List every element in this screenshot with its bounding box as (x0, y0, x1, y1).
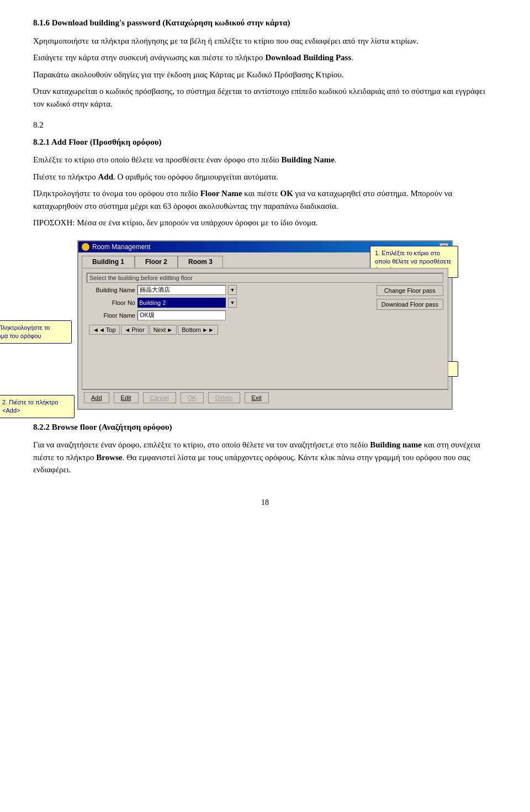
section-816-para4: Όταν καταχωρείται ο κωδικός πρόσβασης, τ… (33, 85, 497, 110)
section-821-para4: ΠΡΟΣΟΧΗ: Μέσα σε ένα κτίριο, δεν μπορούν… (33, 217, 497, 229)
dialog-title-text: Room Management (92, 243, 150, 251)
section-821-para1: Επιλέξτε το κτίριο στο οποίο θέλετε να π… (33, 154, 497, 166)
dialog-body: Building 1 Floor 2 Room 3 Select the bui… (78, 252, 452, 409)
download-floor-pass-button[interactable]: Download Floor pass (377, 299, 443, 310)
tab-floor[interactable]: Floor 2 (135, 256, 178, 268)
floor-no-value: Building 2 (137, 298, 226, 308)
section-816-title: 8.1.6 Download building's password (Κατα… (33, 17, 497, 29)
section-82-number: 8.2 (33, 119, 497, 131)
nav-bar: ◄◄ Top ◄ Prior Next ► Bottom ►► (87, 325, 443, 335)
section-821-para2: Πιέστε το πλήκτρο Add. Ο αριθμός του ορό… (33, 171, 497, 183)
nav-prior-button[interactable]: ◄ Prior (121, 325, 149, 335)
section-822-para1: Για να αναζητήσετε έναν όροφο, επιλέξτε … (33, 439, 497, 476)
floor-name-label: Floor Name (87, 312, 135, 319)
nav-next-label: Next (153, 326, 166, 333)
dialog-app-icon (82, 243, 89, 251)
nav-bottom-button[interactable]: Bottom ►► (178, 325, 218, 335)
info-text: Select the building before editting floo… (87, 273, 443, 283)
nav-prior-label: Prior (131, 326, 144, 333)
add-button[interactable]: Add (84, 392, 109, 403)
nav-top-button[interactable]: ◄◄ Top (89, 325, 120, 335)
edit-button[interactable]: Edit (114, 392, 139, 403)
section-821-para3: Πληκτρολογήστε το όνομα του ορόφου στο π… (33, 187, 497, 212)
nav-top-label: Top (106, 326, 116, 333)
tab-building[interactable]: Building 1 (82, 256, 135, 268)
change-floor-pass-button[interactable]: Change Floor pass (377, 285, 443, 296)
floor-no-label: Floor No (87, 299, 135, 306)
nav-next-button[interactable]: Next ► (150, 325, 177, 335)
cancel-button[interactable]: Cancel (143, 392, 176, 403)
form-row-floor-name: Floor Name (87, 310, 443, 320)
side-buttons: Change Floor pass Download Floor pass (377, 285, 443, 310)
building-name-dropdown[interactable]: ▼ (228, 285, 237, 295)
section-816-para2: Εισάγετε την κάρτα στην συσκευή ανάγνωση… (33, 51, 497, 64)
section-822-title: 8.2.2 Browse floor (Αναζήτηση ορόφου) (33, 421, 497, 434)
building-name-label: Building Name (87, 287, 135, 293)
callout-2: 2. Πιέστε το πλήκτρο <Add> (0, 395, 75, 419)
dialog-wrapper: 1. Επιλέξτε το κτίριο στο οποίο θέλετε ν… (77, 240, 453, 410)
page-number: 18 (33, 498, 497, 507)
nav-bottom-label: Bottom (182, 326, 201, 333)
dialog-title-left: Room Management (82, 243, 150, 251)
ok-button[interactable]: OK (181, 392, 204, 403)
section-821-title: 8.2.1 Add Floor (Προσθήκη ορόφου) (33, 136, 497, 149)
tab-content-floor: Select the building before editting floo… (82, 268, 448, 389)
floor-no-dropdown[interactable]: ▼ (228, 298, 237, 308)
section-816-para3: Παρακάτω ακολουθούν οδηγίες για την έκδο… (33, 68, 497, 81)
callout-3: 3. Πληκτρολογήστε το όνομα του ορόφου (0, 320, 72, 344)
action-bar: Add Edit Cancel OK Delete Exit (82, 389, 448, 405)
exit-button[interactable]: Exit (245, 392, 269, 403)
building-name-input[interactable] (137, 285, 226, 295)
floor-name-input[interactable] (137, 310, 226, 320)
section-816-para1: Χρησιμοποιήστε τα πλήκτρα πλοήγησης με τ… (33, 35, 497, 48)
delete-button[interactable]: Delete (208, 392, 240, 403)
tab-room[interactable]: Room 3 (178, 256, 223, 268)
